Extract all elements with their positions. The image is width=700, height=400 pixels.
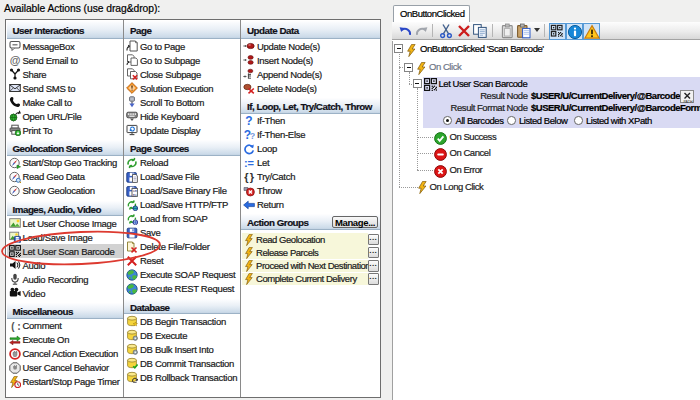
svg-text:@: @ — [9, 54, 20, 66]
svg-text:{: { — [244, 171, 249, 183]
svg-text:?: ? — [250, 131, 255, 141]
svg-text:?: ? — [245, 115, 252, 127]
svg-text::=: := — [244, 157, 254, 169]
svg-text:}: } — [250, 171, 255, 183]
svg-text:(:: (: — [10, 321, 21, 331]
svg-text:01: 01 — [133, 192, 137, 196]
